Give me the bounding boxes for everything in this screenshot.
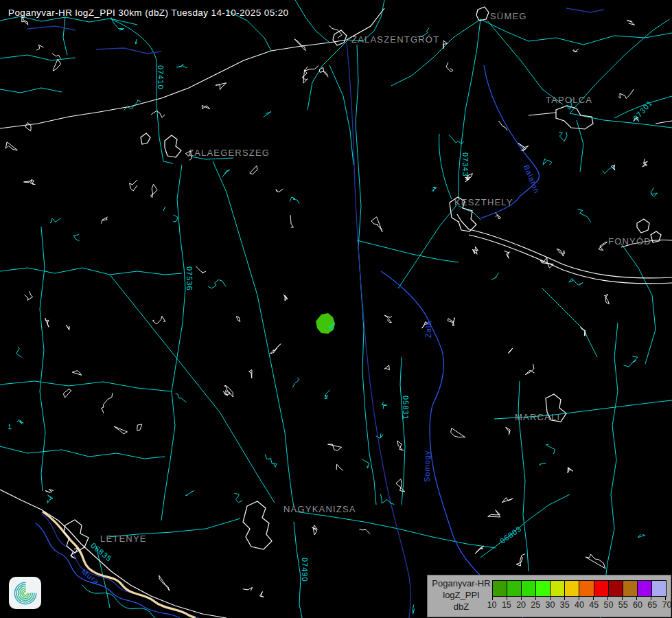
- radar-product-title: Poganyvar-HR logZ_PPI 30km (dbZ) Tuesday…: [8, 8, 289, 18]
- legend-tick-label: 50: [601, 600, 616, 610]
- water-label-somogy: Somogy: [423, 450, 431, 482]
- legend-tick-label: 10: [485, 600, 499, 610]
- legend-color-cell: [652, 581, 666, 596]
- legend-color-cell: [551, 581, 565, 596]
- legend-tick-label: 40: [572, 600, 586, 610]
- legend-color-cell: [507, 581, 522, 596]
- radar-map: [0, 0, 672, 618]
- road-label-05831: 05831: [402, 396, 410, 420]
- road-label-07343: 07343: [461, 152, 470, 177]
- legend-tick-label: 15: [499, 600, 513, 610]
- legend-color-cell: [493, 581, 507, 596]
- legend-tick-label: 25: [529, 600, 543, 610]
- city-label-nagykanizsa: NAGYKANIZSA: [283, 504, 356, 514]
- legend-color-cell: [623, 581, 638, 596]
- legend-tick-label: 65: [645, 600, 660, 610]
- road-label-07536: 07536: [185, 266, 194, 291]
- legend-tick-label: 45: [587, 600, 601, 610]
- legend-color-cell: [522, 581, 536, 596]
- legend-color-cell: [638, 581, 652, 596]
- spiral-icon: [12, 580, 39, 607]
- legend-tick-label: 30: [543, 600, 557, 610]
- legend-title: Poganyvar-HR logZ_PPI dbZ: [430, 577, 492, 613]
- city-label-letenye: LETENYE: [100, 534, 147, 544]
- legend-colorbar: [492, 580, 667, 597]
- legend-title-line1: Poganyvar-HR: [430, 577, 492, 589]
- water-label-zala: Zala: [424, 321, 432, 338]
- legend-color-cell: [565, 581, 579, 596]
- legend-title-line3: dbZ: [430, 601, 492, 613]
- city-label-tapolca: TAPOLCA: [546, 95, 592, 105]
- legend-color-cell: [594, 581, 609, 596]
- city-label-keszthely: KESZTHELY: [454, 197, 513, 207]
- legend-tick-label: 60: [630, 600, 645, 610]
- legend-title-line2: logZ_PPI: [430, 589, 492, 601]
- legend-color-cell: [536, 581, 551, 596]
- city-label-marcali: MARCALI: [515, 412, 560, 422]
- legend-color-cell: [609, 581, 623, 596]
- road-label-07490: 07490: [301, 558, 309, 582]
- legend-color-cell: [579, 581, 594, 596]
- legend-tick-labels: 10152025303540455055606570: [485, 600, 672, 610]
- radar-screen: Poganyvar-HR logZ_PPI 30km (dbZ) Tuesday…: [0, 0, 672, 618]
- legend-tick-label: 70: [660, 600, 672, 610]
- city-label-zalaszentgrot: ZALASZENTGRÓT: [351, 34, 439, 45]
- city-label-sumeg: SÜMEG: [490, 11, 527, 21]
- legend-tick-label: 55: [616, 600, 630, 610]
- city-label-zalaegerszeg: ZALAEGERSZEG: [188, 148, 270, 158]
- minor-road-network: [0, 0, 672, 618]
- city-label-fonyod: FONYÓD: [608, 236, 651, 247]
- road-label-07410: 07410: [157, 65, 165, 90]
- hungaromet-spiral-logo: [9, 577, 41, 609]
- legend-tick-label: 35: [557, 600, 572, 610]
- dbz-color-legend: Poganyvar-HR logZ_PPI dbZ 10152025303540…: [427, 575, 671, 617]
- legend-tick-label: 20: [513, 600, 528, 610]
